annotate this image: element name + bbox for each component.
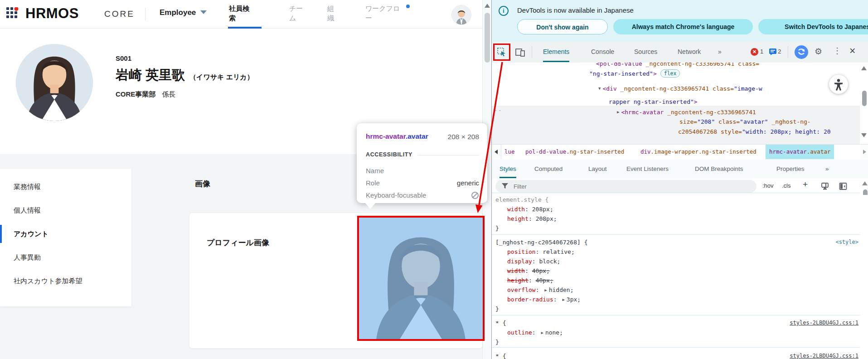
dom-tree-line-3[interactable]: ▼<div _ngcontent-ng-c3336965741 class="i… [598, 84, 762, 93]
scroll-up-arrow[interactable] [485, 4, 490, 8]
tooltip-row-role: Rolegeneric [366, 179, 479, 191]
css-property-width[interactable]: width: 208px; [495, 204, 553, 214]
message-count: 2 [778, 48, 781, 55]
settings-gear-icon[interactable]: ⚙ [815, 46, 822, 57]
rule-separator-3 [492, 315, 860, 315]
nav-tab-3[interactable]: 組織 [327, 4, 343, 28]
elements-dom-tree: <pol-dd-value _ngcontent-ng-c3336965741 … [492, 63, 868, 144]
infobar-button-3[interactable]: Switch DevTools to Japanese [758, 19, 868, 34]
breadcrumb-4[interactable]: hrmc-avatar.avatar [766, 145, 834, 159]
styles-scroll-up-arrow[interactable] [862, 181, 868, 185]
employee-menu[interactable]: Employee [160, 8, 207, 17]
dom-scroll-up-arrow[interactable] [861, 66, 867, 70]
rendering-emulation-icon[interactable] [821, 182, 829, 190]
toolbar-separator [532, 46, 532, 58]
profile-image-label: プロフィール画像 [207, 238, 269, 248]
styles-pane-tabs: StylesComputedLayoutEvent ListenersDOM B… [492, 160, 868, 179]
css-rule-close-1: } [495, 223, 499, 233]
sidebar-item-4[interactable]: 人事異動 [0, 246, 131, 269]
accessibility-person-icon[interactable] [829, 75, 848, 94]
css-property-display[interactable]: display: block; [495, 257, 560, 266]
styles-tab-properties[interactable]: Properties [776, 160, 805, 178]
devtools-infobar: i DevTools is now available in Japanese … [492, 0, 868, 42]
kebab-menu-icon[interactable]: ⋮ [833, 46, 841, 56]
css-selector-3[interactable]: * { [495, 318, 506, 328]
css-selector-2[interactable]: [_nghost-ng-c2054067268] { [495, 238, 588, 247]
devtools-tab-network[interactable]: Network [678, 42, 701, 62]
toggle-element-classes[interactable]: .cls [782, 182, 791, 189]
dom-tree-line-7[interactable]: c2054067268 style="width: 208px; height:… [678, 127, 831, 136]
infobar-message: DevTools is now available in Japanese [517, 6, 634, 14]
styles-tab-styles[interactable]: Styles [499, 160, 516, 178]
sidebar-item-2[interactable]: 個人情報 [0, 199, 131, 222]
sidebar-item-5[interactable]: 社内スカウト参加希望 [0, 269, 131, 293]
breadcrumb-3[interactable]: div.image-wrapper.ng-star-inserted [640, 145, 756, 159]
inspect-tooltip: hrmc-avatar.avatar 208 × 208 ACCESSIBILI… [357, 123, 487, 203]
devtools-tab-elements[interactable]: Elements [543, 42, 569, 62]
man-avatar-photo [452, 5, 471, 24]
dom-tree-line-6[interactable]: size="208" class="avatar" _nghost-ng- [679, 117, 811, 126]
devtools-tab-more[interactable]: » [718, 42, 722, 62]
dom-tree-line-1[interactable]: <pol-dd-value _ngcontent-ng-c3336965741 … [596, 63, 759, 68]
console-message-icon[interactable] [769, 49, 776, 55]
devtools-tab-console[interactable]: Console [591, 42, 614, 62]
notification-dot [406, 5, 410, 8]
styles-tab-event-listeners[interactable]: Event Listeners [626, 160, 669, 178]
css-property-overflow[interactable]: overflow: ▶hidden; [495, 285, 574, 295]
styles-tab-computed[interactable]: Computed [534, 160, 563, 178]
css-property-width[interactable]: width: 40px; [495, 266, 550, 276]
breadcrumb-scroll-right[interactable] [861, 145, 868, 159]
tooltip-row-name: Name [366, 167, 479, 179]
flex-badge: flex [660, 69, 680, 78]
css-property-border-radius[interactable]: border-radius: ▶3px; [495, 295, 581, 305]
css-property-position[interactable]: position: relative; [495, 247, 575, 257]
breadcrumb-1[interactable]: lue [504, 145, 515, 159]
styles-tab-more[interactable]: » [825, 160, 829, 178]
sidebar-layout-icon[interactable] [839, 182, 847, 190]
styles-tab-layout[interactable]: Layout [588, 160, 607, 178]
sidebar-item-1[interactable]: 業務情報 [0, 175, 131, 199]
page-scrollbar-thumb[interactable] [485, 13, 490, 63]
css-property-height[interactable]: height: 208px; [495, 214, 557, 223]
dom-scroll-down-arrow[interactable] [861, 133, 867, 137]
close-devtools-icon[interactable]: × [849, 45, 855, 57]
tooltip-heading-rule [418, 155, 479, 155]
infobar-button-1[interactable]: Don't show again [517, 19, 608, 34]
user-avatar[interactable] [451, 5, 471, 25]
css-origin-style-tag[interactable]: <style> [835, 238, 858, 247]
dom-tree-line-2[interactable]: "ng-star-inserted">flex [589, 69, 680, 78]
nav-tab-1[interactable]: 社員検索 [229, 4, 262, 28]
css-selector-4[interactable]: * { [495, 351, 506, 359]
tooltip-class: .avatar [406, 132, 428, 140]
new-style-rule-icon[interactable]: + [803, 180, 808, 189]
filter-funnel-icon [502, 183, 508, 189]
toggle-hover-state[interactable]: :hov [762, 182, 774, 189]
styles-filter-input[interactable] [495, 180, 756, 193]
devtools-tab-sources[interactable]: Sources [634, 42, 657, 62]
dom-tree-line-4[interactable]: rapper ng-star-inserted"> [609, 97, 698, 107]
css-origin-link[interactable]: styles-2LBDU4GJ.css:1 [790, 318, 858, 328]
dom-scrollbar-thumb[interactable] [862, 91, 867, 106]
css-property-height[interactable]: height: 40px; [495, 276, 553, 285]
app-header: HRMOS CORE Employee 社員検索チーム組織ワークフロー [0, 0, 491, 29]
css-property-outline[interactable]: outline: ▶none; [495, 328, 563, 338]
css-origin-link[interactable]: styles-2LBDU4GJ.css:1 [790, 351, 858, 359]
inspect-element-icon[interactable] [497, 48, 506, 57]
truncation-ellipsis: ·· [494, 107, 502, 114]
toggle-device-toolbar-icon[interactable] [515, 48, 525, 57]
dom-tree-line-5[interactable]: ▶<hrmc-avatar _ngcontent-ng-c3336965741 [617, 107, 756, 117]
tooltip-row-keyboard-focusable: Keyboard-focusable [366, 191, 479, 203]
error-badge-icon[interactable]: ✕ [751, 48, 758, 56]
infobar-button-2[interactable]: Always match Chrome's language [613, 19, 753, 34]
nav-tab-4[interactable]: ワークフロー [365, 4, 404, 28]
breadcrumb-scroll-left[interactable] [492, 145, 501, 159]
sidebar-item-3[interactable]: アカウント [0, 222, 131, 246]
css-selector-1[interactable]: element.style { [495, 195, 548, 204]
styles-tab-dom-breakpoints[interactable]: DOM Breakpoints [695, 160, 743, 178]
devtools-promo-icon[interactable] [795, 45, 808, 59]
inspect-highlighted-avatar[interactable] [357, 216, 485, 341]
breadcrumb-2[interactable]: pol-dd-value.ng-star-inserted [525, 145, 624, 159]
nav-tab-2[interactable]: チーム [289, 4, 309, 28]
right-triangle-icon [863, 150, 866, 154]
header-divider [145, 8, 145, 20]
